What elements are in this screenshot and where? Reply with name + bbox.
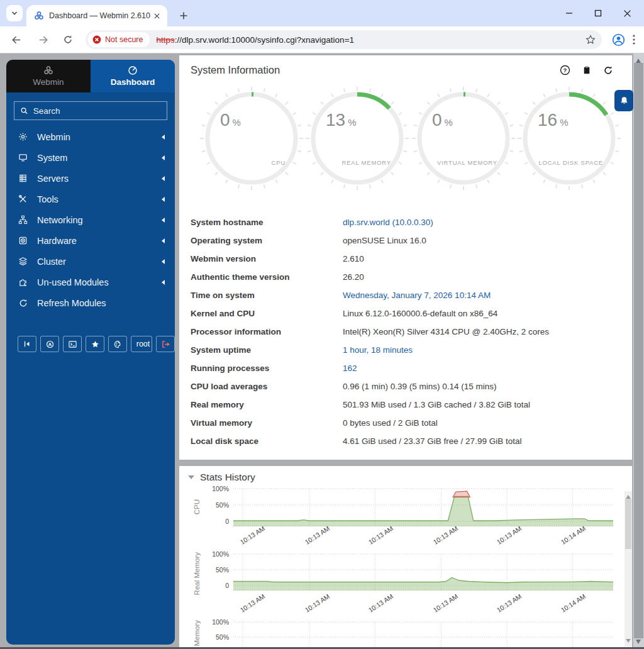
user-account-button[interactable]: root [131,336,152,352]
svg-text:?: ? [564,67,567,74]
sidebar-quick-buttons: A root [18,336,175,352]
forward-arrow-icon [38,35,48,45]
plot-area [233,487,613,527]
x-tick-label: 10:14 AM [560,524,587,546]
clipboard-icon [582,65,591,75]
sidebar-search[interactable] [14,101,167,120]
stats-history-panel: Stats History CPU100%50%010:13 AM10:13 A… [179,466,632,649]
info-row-cpu-load-averages: CPU load averages0.96 (1 min) 0.39 (5 mi… [191,377,622,396]
reload-icon [63,35,73,45]
chart-real-memory: Real Memory100%50%0 [188,552,613,595]
window-minimize-button[interactable] [555,0,584,26]
profile-icon [612,33,625,47]
info-row-system-hostname: System hostnamedlp.srv.world (10.0.0.30) [191,213,622,231]
info-value[interactable]: Wednesday, January 7, 2026 10:14 AM [343,291,622,300]
sidebar-item-refresh-modules[interactable]: Refresh Modules [6,292,175,313]
kebab-icon [633,35,635,45]
layers-icon [18,257,28,266]
page-scrollbar-thumb[interactable] [634,63,643,638]
star-icon [586,35,596,45]
search-input[interactable] [33,106,161,116]
x-tick-label: 10:13 AM [367,592,395,614]
caret-left-icon [159,176,165,181]
sidebar-tab-webmin[interactable]: Webmin [6,60,91,92]
sidebar-item-webmin[interactable]: Webmin [6,126,175,147]
harddrive-icon [18,236,28,245]
info-label: Real memory [191,400,343,409]
info-value: 0 bytes used / 2 GiB total [343,418,622,428]
y-tick-labels: 100%50%0 [206,487,233,527]
favorites-button[interactable] [86,336,104,352]
scrollbar-up-icon [636,56,641,63]
bookmark-star-button[interactable] [586,35,596,45]
not-secure-label: Not secure [105,35,143,44]
info-label: Running processes [191,363,343,373]
refresh-button[interactable] [603,65,613,75]
info-row-virtual-memory: Virtual memory0 bytes used / 2 GiB total [191,414,622,432]
server-icon [18,174,28,183]
sidebar-item-label: Hardware [37,236,77,246]
sidebar-item-tools[interactable]: Tools [6,189,175,209]
browser-profile-button[interactable] [612,33,625,47]
theme-configuration-button[interactable]: A [40,336,59,352]
collapse-navigation-button[interactable] [18,336,36,352]
info-label: Kernel and CPU [191,309,343,318]
theme-color-button[interactable] [108,336,127,352]
info-label: Operating system [191,236,343,245]
address-bar[interactable]: Not secure https://dlp.srv.world:10000/s… [86,30,602,49]
info-label: Local disk space [191,436,343,446]
gauge-virtual-memory: 0%VIRTUAL MEMORY [411,86,516,191]
sidebar-tab-dashboard-label: Dashboard [111,77,155,87]
sidebar-item-system[interactable]: System [6,147,175,168]
caret-left-icon [159,218,165,223]
x-tick-label: 10:13 AM [238,524,266,546]
tab-search-button[interactable] [6,5,23,21]
stats-scrollbar-thumb[interactable] [625,499,631,549]
info-row-kernel-and-cpu: Kernel and CPULinux 6.12.0-160000.6-defa… [191,304,622,323]
info-row-operating-system: Operating systemopenSUSE Linux 16.0 [191,231,622,250]
help-button[interactable]: ? [560,65,570,75]
info-value[interactable]: 162 [343,363,622,373]
sidebar-item-un-used-modules[interactable]: Un-used Modules [6,272,175,292]
sidebar-item-hardware[interactable]: Hardware [6,230,175,251]
x-axis-labels: 10:13 AM10:13 AM10:13 AM10:13 AM10:13 AM… [233,528,603,552]
collapse-icon [23,340,31,348]
collapse-triangle-icon [188,475,194,482]
info-label: Webmin version [191,254,343,263]
terminal-button[interactable] [63,336,82,352]
copy-report-button[interactable] [582,65,591,75]
logout-button[interactable] [156,336,175,352]
tools-icon [18,194,28,204]
info-value[interactable]: dlp.srv.world (10.0.0.30) [343,218,622,227]
reload-button[interactable] [59,31,77,48]
y-tick: 50% [216,501,229,509]
info-row-real-memory: Real memory501.93 MiB used / 1.3 GiB cac… [191,396,622,414]
stats-scrollbar[interactable] [625,491,632,646]
sidebar-item-networking[interactable]: Networking [6,209,175,230]
new-tab-button[interactable] [175,7,192,25]
notifications-bell-button[interactable] [614,90,633,111]
info-value[interactable]: 1 hour, 18 minutes [343,345,622,355]
forward-button[interactable] [34,31,52,48]
browser-menu-button[interactable] [633,35,635,45]
sidebar-item-servers[interactable]: Servers [6,168,175,189]
tab-close-icon[interactable] [151,10,162,21]
svg-text:CPU: CPU [272,159,286,166]
svg-text:13%: 13% [326,110,357,130]
window-maximize-button[interactable] [584,0,613,26]
sidebar-tab-dashboard[interactable]: Dashboard [91,60,175,92]
tab-title: Dashboard — Webmin 2.610 (o [49,11,151,20]
window-close-button[interactable] [613,0,641,26]
sidebar-item-label: Cluster [37,257,66,267]
stats-history-toggle[interactable]: Stats History [188,472,623,483]
system-information-panel: System Information ? 0%CPU13%REAL MEMORY… [179,55,632,460]
page-scrollbar[interactable] [633,53,644,649]
back-button[interactable] [8,31,25,48]
sidebar-item-cluster[interactable]: Cluster [6,251,175,272]
sidebar: Webmin Dashboard WebminSystemServersTool… [6,60,175,645]
browser-tab[interactable]: Dashboard — Webmin 2.610 (o [26,5,167,26]
not-secure-chip[interactable]: Not secure [88,32,150,47]
info-label: Time on system [191,291,343,300]
x-tick-label: 10:13 AM [496,592,523,614]
info-value: 501.93 MiB used / 1.3 GiB cached / 3.82 … [343,400,622,409]
